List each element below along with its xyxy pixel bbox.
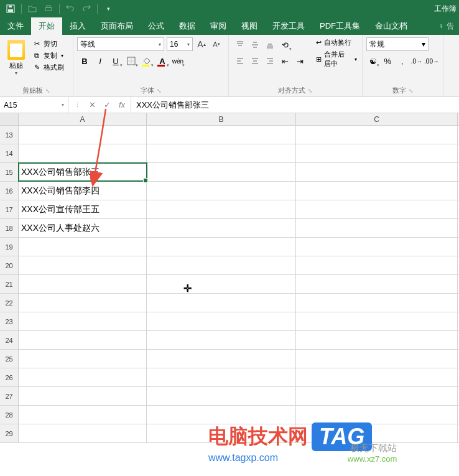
row-header[interactable]: 14	[0, 144, 19, 162]
align-middle-button[interactable]	[248, 37, 262, 52]
undo-icon[interactable]	[63, 2, 77, 16]
currency-button[interactable]: ☯▾	[366, 54, 380, 68]
row-header[interactable]: 18	[0, 219, 19, 237]
cell[interactable]	[147, 238, 296, 256]
cell[interactable]	[19, 312, 147, 330]
cell[interactable]	[19, 331, 147, 349]
cancel-icon[interactable]: ✕	[85, 98, 100, 113]
cell[interactable]	[147, 256, 296, 274]
percent-button[interactable]: %	[381, 54, 394, 68]
tab-开始[interactable]: 开始	[31, 17, 62, 35]
formula-input[interactable]: XXX公司销售部张三	[131, 97, 459, 113]
redo-icon[interactable]	[80, 2, 93, 16]
row-header[interactable]: 29	[0, 424, 19, 442]
tell-me[interactable]: ♀告	[434, 17, 459, 35]
cell[interactable]	[296, 275, 458, 293]
row-header[interactable]: 28	[0, 406, 19, 424]
tab-文件[interactable]: 文件	[0, 17, 31, 35]
row-header[interactable]: 20	[0, 256, 19, 274]
cell[interactable]	[19, 368, 147, 386]
row-header[interactable]: 13	[0, 126, 19, 144]
bold-button[interactable]: B	[77, 54, 92, 68]
enter-icon[interactable]: ✓	[100, 98, 114, 113]
cell[interactable]	[147, 406, 296, 424]
tab-公式[interactable]: 公式	[141, 17, 172, 35]
row-header[interactable]: 24	[0, 331, 19, 349]
increase-decimal-button[interactable]: .0→	[410, 54, 424, 68]
cell[interactable]: XXX公司人事处赵六	[19, 219, 147, 237]
cell[interactable]	[147, 275, 296, 293]
align-center-button[interactable]	[248, 54, 262, 68]
row-header[interactable]: 17	[0, 200, 19, 218]
align-top-button[interactable]	[233, 37, 248, 52]
column-header[interactable]: A	[19, 113, 147, 125]
tab-数据[interactable]: 数据	[172, 17, 203, 35]
cell[interactable]	[296, 331, 458, 349]
row-header[interactable]: 23	[0, 312, 19, 330]
number-format-select[interactable]: 常规▾	[366, 37, 429, 51]
increase-indent-button[interactable]: ⇥	[292, 54, 307, 68]
wrap-text-button[interactable]: ↩自动换行	[315, 37, 358, 48]
copy-button[interactable]: ⧉复制▾	[31, 50, 65, 61]
paste-button[interactable]: 粘贴 ▾	[4, 37, 29, 85]
cell[interactable]	[19, 256, 147, 274]
cell[interactable]	[296, 256, 458, 274]
cell[interactable]	[147, 219, 296, 237]
tab-开发工具[interactable]: 开发工具	[265, 17, 312, 35]
column-header[interactable]: B	[147, 113, 296, 125]
cell[interactable]: XXX公司销售部李四	[19, 182, 147, 200]
cell[interactable]: XXX公司销售部张三	[19, 163, 147, 181]
decrease-decimal-button[interactable]: .00→	[424, 54, 439, 68]
italic-button[interactable]: I	[93, 54, 108, 68]
font-name-select[interactable]: 等线▾	[77, 37, 164, 51]
grow-font-button[interactable]: A▴	[195, 37, 208, 51]
font-color-button[interactable]: A▾	[155, 54, 170, 68]
cell[interactable]	[19, 424, 147, 442]
dropdown-icon[interactable]: ⋮	[70, 98, 85, 113]
tab-页面布局[interactable]: 页面布局	[93, 17, 141, 35]
tab-金山文档[interactable]: 金山文档	[368, 17, 415, 35]
cell[interactable]	[19, 144, 147, 162]
tab-插入[interactable]: 插入	[62, 17, 93, 35]
decrease-indent-button[interactable]: ⇤	[277, 54, 292, 68]
tab-审阅[interactable]: 审阅	[203, 17, 234, 35]
cell[interactable]	[147, 368, 296, 386]
cell[interactable]	[296, 144, 458, 162]
cell[interactable]	[147, 200, 296, 218]
qat-customize-icon[interactable]: ▾	[101, 2, 115, 16]
cell[interactable]	[296, 350, 458, 368]
cell[interactable]	[296, 294, 458, 312]
open-icon[interactable]	[26, 2, 39, 16]
align-bottom-button[interactable]	[262, 37, 277, 52]
cut-button[interactable]: ✂剪切	[31, 39, 65, 49]
cell[interactable]	[296, 200, 458, 218]
name-box[interactable]: A15▾	[0, 97, 68, 113]
print-icon[interactable]	[42, 2, 55, 16]
cell[interactable]	[296, 424, 458, 442]
row-header[interactable]: 26	[0, 368, 19, 386]
cell[interactable]	[19, 275, 147, 293]
phonetic-button[interactable]: wén▾	[170, 54, 185, 68]
cell[interactable]	[147, 126, 296, 144]
column-header[interactable]: C	[296, 113, 458, 125]
dialog-launcher-icon[interactable]: ⤡	[45, 88, 50, 94]
cell[interactable]	[19, 387, 147, 405]
cell[interactable]	[19, 238, 147, 256]
row-header[interactable]: 15	[0, 163, 19, 181]
orientation-button[interactable]: ⟲▾	[277, 37, 292, 52]
cell[interactable]	[296, 406, 458, 424]
row-header[interactable]: 16	[0, 182, 19, 200]
font-size-select[interactable]: 16▾	[167, 37, 193, 51]
row-header[interactable]: 25	[0, 350, 19, 368]
dialog-launcher-icon[interactable]: ⤡	[409, 88, 414, 94]
fill-color-button[interactable]: ▾	[139, 54, 154, 68]
cell[interactable]	[19, 126, 147, 144]
cell[interactable]	[296, 163, 458, 181]
cell[interactable]	[147, 163, 296, 181]
underline-button[interactable]: U▾	[108, 54, 123, 68]
cell[interactable]	[19, 406, 147, 424]
cell[interactable]	[296, 238, 458, 256]
align-right-button[interactable]	[262, 54, 277, 68]
row-header[interactable]: 21	[0, 275, 19, 293]
border-button[interactable]: ▾	[124, 54, 139, 68]
